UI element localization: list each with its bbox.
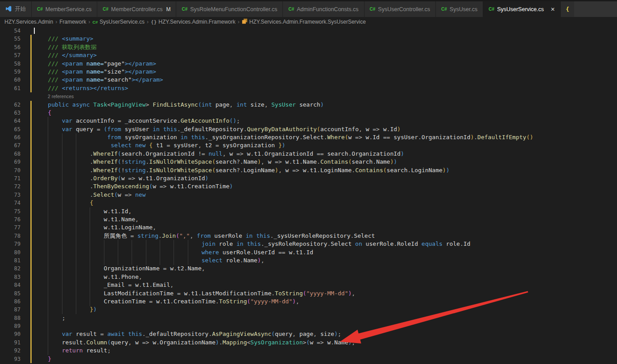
code-line-81[interactable]: 81 select role.Name),	[0, 256, 617, 265]
code-line-68[interactable]: 68 .WhereIf(search.OrganizationId != nul…	[0, 150, 617, 158]
line-number[interactable]: 65	[0, 125, 21, 133]
tab-adminfunctionconsts-cs[interactable]: C#AdminFunctionConsts.cs	[283, 1, 364, 17]
code-line-86[interactable]: 86 CreationTime = w.t1.CreationTime.ToSt…	[0, 298, 617, 306]
code-line-54[interactable]: 54	[0, 27, 617, 35]
line-number[interactable]: 57	[0, 51, 21, 59]
code-line-76[interactable]: 76 w.t1.Name,	[0, 215, 617, 223]
code-text: from sysOrganization in this._sysOrganiz…	[34, 133, 533, 141]
line-number[interactable]: 78	[0, 232, 21, 240]
code-line-74[interactable]: 74 {	[0, 199, 617, 207]
code-line-90[interactable]: 90 var result = await this._defaultRepos…	[0, 330, 617, 338]
line-number[interactable]: 67	[0, 141, 21, 149]
code-line-80[interactable]: 80 where userRole.UserId == w.t1.Id	[0, 248, 617, 256]
code-line-82[interactable]: 82 OrganizationName = w.t2.Name,	[0, 265, 617, 273]
line-number[interactable]: 81	[0, 256, 21, 265]
code-line-79[interactable]: 79 join role in this._sysRoleRepository.…	[0, 240, 617, 248]
line-number[interactable]: 61	[0, 84, 21, 92]
tab-sysuserservice-cs[interactable]: C#SysUserService.cs✕	[483, 1, 561, 17]
line-number[interactable]: 88	[0, 314, 21, 322]
code-line-89[interactable]: 89	[0, 322, 617, 330]
code-text: {	[34, 109, 51, 117]
codelens-references[interactable]: 2 references	[48, 93, 74, 100]
tab-memberservice-cs[interactable]: C#MemberService.cs	[32, 1, 97, 17]
line-number[interactable]: 87	[0, 306, 21, 314]
code-line-58[interactable]: 58 /// <param name="page"></param>	[0, 60, 617, 68]
tab-sysusercontroller-cs[interactable]: C#SysUserController.cs	[364, 1, 436, 17]
line-number[interactable]: 82	[0, 265, 21, 273]
line-number[interactable]: 89	[0, 322, 21, 330]
code-line-72[interactable]: 72 .ThenByDescending(w => w.t1.CreationT…	[0, 182, 617, 190]
line-number[interactable]: 83	[0, 273, 21, 281]
breadcrumb-item[interactable]: C#SysUserService.cs	[92, 19, 145, 25]
code-line-61[interactable]: 61 /// <returns></returns>	[0, 84, 617, 92]
line-number[interactable]: 70	[0, 166, 21, 174]
line-number[interactable]: 75	[0, 207, 21, 215]
code-line-66[interactable]: 66 from sysOrganization in this._sysOrga…	[0, 133, 617, 141]
tab-membercontroller-cs[interactable]: C#MemberController.csM	[97, 1, 176, 17]
line-number[interactable]: 86	[0, 298, 21, 306]
breadcrumb-item[interactable]: Framework	[59, 19, 86, 25]
line-number[interactable]: 64	[0, 117, 21, 125]
code-line-64[interactable]: 64 var accountInfo = _accountService.Get…	[0, 117, 617, 125]
code-line-93[interactable]: 93 }	[0, 355, 617, 363]
line-number[interactable]: 80	[0, 248, 21, 256]
line-number[interactable]: 66	[0, 133, 21, 141]
code-line-85[interactable]: 85 LastModificationTime = w.t1.LastModif…	[0, 290, 617, 298]
tab-sysrolemenufunctioncontroller-cs[interactable]: C#SysRoleMenuFunctionController.cs	[176, 1, 283, 17]
line-number[interactable]: 59	[0, 68, 21, 76]
code-line-60[interactable]: 60 /// <param name="search"></param>	[0, 76, 617, 84]
code-line-77[interactable]: 77 w.t1.LoginName,	[0, 223, 617, 232]
code-line-59[interactable]: 59 /// <param name="size"></param>	[0, 68, 617, 76]
line-number[interactable]: 71	[0, 174, 21, 182]
line-number[interactable]: 73	[0, 191, 21, 199]
line-number[interactable]: 72	[0, 182, 21, 190]
code-line-84[interactable]: 84 _Email = w.t1.Email,	[0, 281, 617, 289]
line-number[interactable]: 85	[0, 290, 21, 298]
code-line-56[interactable]: 56 /// 获取列表数据	[0, 43, 617, 51]
code-line-88[interactable]: 88 ;	[0, 314, 617, 322]
code-line-65[interactable]: 65 var query = (from sysUser in this._de…	[0, 125, 617, 133]
code-line-62[interactable]: 62 public async Task<PagingView> FindLis…	[0, 101, 617, 109]
line-number[interactable]: 77	[0, 223, 21, 232]
line-number[interactable]: 56	[0, 43, 21, 51]
line-number[interactable]: 68	[0, 150, 21, 158]
code-line-71[interactable]: 71 .OrderBy(w => w.t1.OrganizationId)	[0, 174, 617, 182]
tab--[interactable]: 开始	[0, 1, 32, 17]
line-number[interactable]: 74	[0, 199, 21, 207]
code-line-69[interactable]: 69 .WhereIf(!string.IsNullOrWhiteSpace(s…	[0, 158, 617, 166]
line-number[interactable]: 79	[0, 240, 21, 248]
line-number[interactable]: 91	[0, 339, 21, 347]
code-editor[interactable]: 5455 /// <summary>56 /// 获取列表数据57 /// </…	[0, 27, 617, 364]
breadcrumb-item[interactable]: HZY.Services.Admin.Framework.SysUserServ…	[242, 18, 366, 25]
line-number[interactable]: 54	[0, 27, 21, 35]
tab-sysuser-cs[interactable]: C#SysUser.cs	[436, 1, 483, 17]
line-number[interactable]: 63	[0, 109, 21, 117]
line-number[interactable]: 76	[0, 215, 21, 223]
breadcrumb-item[interactable]: {}HZY.Services.Admin.Framework	[151, 19, 236, 25]
modified-line-indicator	[30, 290, 32, 298]
code-line-57[interactable]: 57 /// </summary>	[0, 51, 617, 59]
line-number[interactable]: 69	[0, 158, 21, 166]
code-line-83[interactable]: 83 w.t1.Phone,	[0, 273, 617, 281]
code-line-73[interactable]: 73 .Select(w => new	[0, 191, 617, 199]
code-line-67[interactable]: 67 select new { t1 = sysUser, t2 = sysOr…	[0, 141, 617, 149]
code-line-75[interactable]: 75 w.t1.Id,	[0, 207, 617, 215]
code-line-92[interactable]: 92 return result;	[0, 347, 617, 355]
code-line-70[interactable]: 70 .WhereIf(!string.IsNullOrWhiteSpace(s…	[0, 166, 617, 174]
tab-close-icon[interactable]: ✕	[551, 6, 555, 12]
code-line-63[interactable]: 63 {	[0, 109, 617, 117]
line-number[interactable]: 92	[0, 347, 21, 355]
line-number[interactable]: 84	[0, 281, 21, 289]
tab-partial-next-file[interactable]: {	[561, 1, 574, 17]
line-number[interactable]: 58	[0, 60, 21, 68]
code-line-87[interactable]: 87 })	[0, 306, 617, 314]
code-line-78[interactable]: 78 所属角色 = string.Join(",", from userRole…	[0, 232, 617, 240]
line-number[interactable]: 90	[0, 330, 21, 338]
line-number[interactable]: 55	[0, 35, 21, 43]
code-line-91[interactable]: 91 result.Column(query, w => w.Organizat…	[0, 339, 617, 347]
code-line-55[interactable]: 55 /// <summary>	[0, 35, 617, 43]
line-number[interactable]: 93	[0, 355, 21, 363]
breadcrumb-item[interactable]: HZY.Services.Admin	[4, 19, 53, 25]
line-number[interactable]: 60	[0, 76, 21, 84]
line-number[interactable]: 62	[0, 101, 21, 109]
